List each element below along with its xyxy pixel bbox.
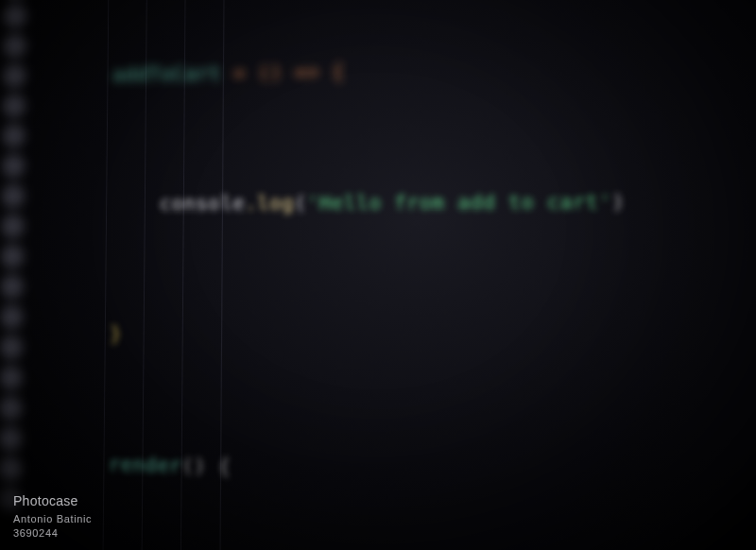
watermark-id: 3690244 — [13, 526, 92, 541]
code-line: } — [38, 318, 756, 356]
code-viewport: addToCart = () => { console.log('Hello f… — [0, 0, 756, 550]
code-editor: addToCart = () => { console.log('Hello f… — [16, 0, 756, 550]
code-line: addToCart = () => { — [41, 48, 756, 93]
code-line: render() { — [36, 447, 756, 495]
watermark-author: Antonio Batinic — [13, 512, 92, 526]
watermark-brand: Photocase — [13, 492, 92, 510]
code-line: console.log('Hello from add to cart') — [39, 184, 756, 220]
line-number-gutter — [0, 0, 34, 550]
watermark: Photocase Antonio Batinic 3690244 — [13, 492, 92, 541]
